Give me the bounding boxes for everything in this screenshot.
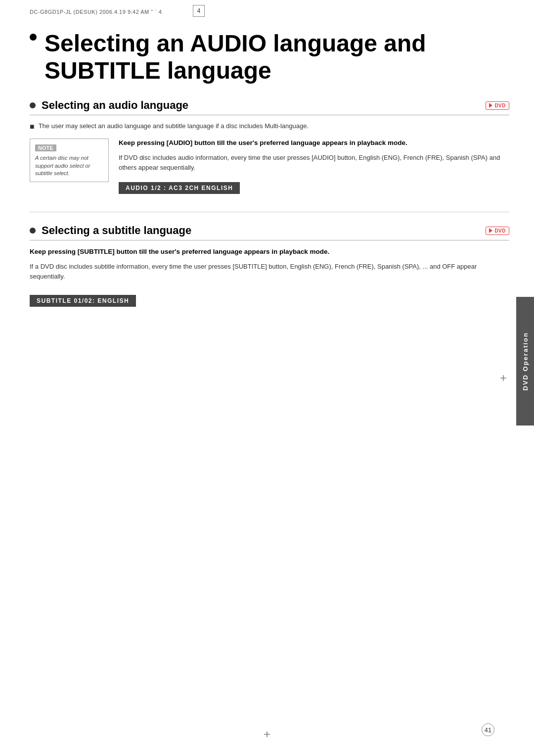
side-tab: DVD Operation xyxy=(516,297,534,425)
audio-dvd-badge: DVD xyxy=(486,101,509,110)
audio-section-bullet xyxy=(30,102,36,108)
side-tab-label: DVD Operation xyxy=(522,332,529,390)
page-num-box-top: 4 xyxy=(193,5,205,17)
audio-display-bar: AUDIO 1/2 : AC3 2CH ENGLISH xyxy=(119,182,240,194)
section-divider xyxy=(30,212,509,212)
crosshair-bottom xyxy=(264,727,270,741)
audio-badge-text: DVD xyxy=(494,103,506,108)
audio-note-text: A certain disc may not support audio sel… xyxy=(35,154,103,177)
subtitle-section-body: Keep pressing [SUBTITLE] button till the… xyxy=(30,247,509,307)
page-container: DC-G8GD1P-JL (DESUK) 2006.4.19 9:42 AM ˜… xyxy=(0,0,534,756)
audio-intro-line: ■ The user may select an audio language … xyxy=(30,122,509,131)
intro-bullet-icon: ■ xyxy=(30,123,35,131)
crosshair-right xyxy=(500,371,507,385)
subtitle-section: Selecting a subtitle language DVD Keep p… xyxy=(30,224,509,307)
dvd-arrow-icon-2 xyxy=(489,228,492,233)
header-meta: DC-G8GD1P-JL (DESUK) 2006.4.19 9:42 AM ˜… xyxy=(30,9,162,15)
audio-instruction-bold: Keep pressing [AUDIO] button till the us… xyxy=(119,139,509,148)
audio-content-right: Keep pressing [AUDIO] button till the us… xyxy=(119,139,509,194)
subtitle-display-bar-wrapper: SUBTITLE 01/02: ENGLISH xyxy=(30,293,509,307)
subtitle-section-title: Selecting a subtitle language xyxy=(42,224,486,237)
main-title-line1: Selecting an AUDIO language and xyxy=(44,30,426,56)
audio-section: Selecting an audio language DVD ■ The us… xyxy=(30,99,509,194)
subtitle-section-header: Selecting a subtitle language DVD xyxy=(30,224,509,240)
subtitle-display-bar: SUBTITLE 01/02: ENGLISH xyxy=(30,295,136,307)
audio-instruction-text: If DVD disc includes audio information, … xyxy=(119,153,509,172)
subtitle-dvd-badge: DVD xyxy=(486,227,509,235)
main-title-bullet xyxy=(30,34,37,41)
audio-section-body: NOTE A certain disc may not support audi… xyxy=(30,139,509,194)
subtitle-instruction-bold: Keep pressing [SUBTITLE] button till the… xyxy=(30,247,509,257)
note-label: NOTE xyxy=(35,144,56,151)
audio-section-title: Selecting an audio language xyxy=(42,99,486,112)
subtitle-badge-text: DVD xyxy=(494,228,506,234)
audio-intro-text: The user may select an audio language an… xyxy=(39,122,309,130)
audio-section-header: Selecting an audio language DVD xyxy=(30,99,509,115)
subtitle-instruction-text: If a DVD disc includes subtitle informat… xyxy=(30,262,509,281)
audio-note-box: NOTE A certain disc may not support audi… xyxy=(30,139,109,182)
main-content: Selecting an AUDIO language and SUBTITLE… xyxy=(30,30,509,726)
page-number-bottom: 41 xyxy=(482,723,494,736)
main-title: Selecting an AUDIO language and SUBTITLE… xyxy=(30,30,509,84)
dvd-arrow-icon xyxy=(489,103,492,108)
main-title-line2: SUBTITLE language xyxy=(44,57,271,84)
subtitle-section-bullet xyxy=(30,228,36,234)
